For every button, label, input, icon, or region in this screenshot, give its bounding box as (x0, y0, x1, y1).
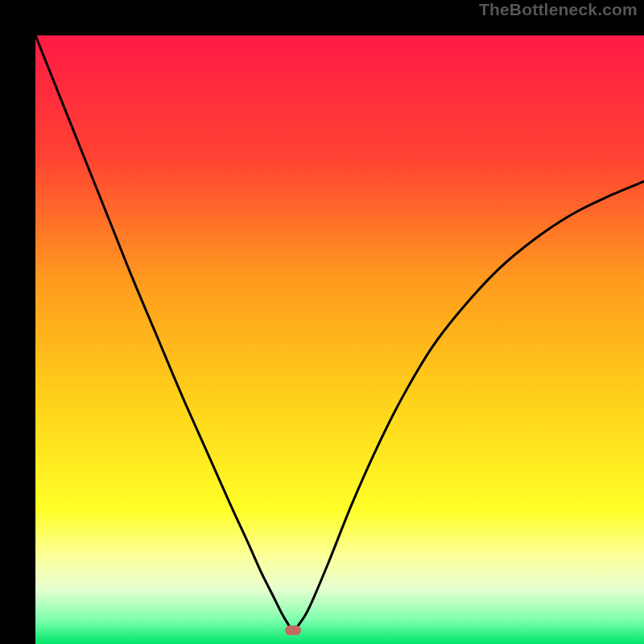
minimum-marker (285, 625, 301, 635)
curve-layer (35, 35, 644, 644)
bottleneck-curve (35, 35, 644, 630)
plot-area (35, 35, 644, 644)
watermark-text: TheBottleneck.com (479, 0, 638, 19)
chart-frame (0, 0, 644, 644)
